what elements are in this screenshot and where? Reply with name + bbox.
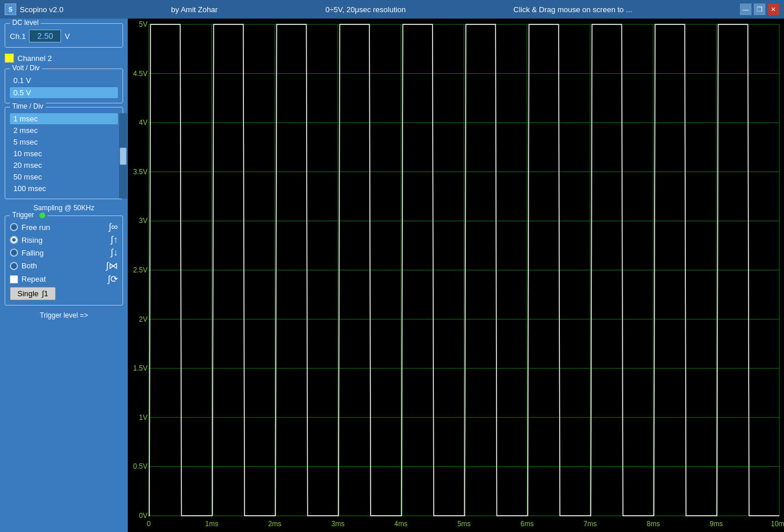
trigger-freerun-row: Free run ∫∞ [10, 222, 118, 232]
left-panel: DC level Ch.1 V Channel 2 Volt / Div 0.1… [0, 19, 128, 532]
dc-level-label: DC level [10, 19, 41, 27]
trigger-label: Trigger [10, 211, 48, 219]
scope-canvas [128, 19, 784, 532]
ch1-unit: V [64, 32, 70, 41]
author-label: by Amit Zohar [171, 5, 218, 14]
time-div-5msec[interactable]: 5 msec [10, 136, 118, 148]
volt-div-option-0[interactable]: 0.1 V [10, 75, 118, 86]
volt-div-list: 0.1 V 0.5 V [10, 75, 118, 98]
ch1-label: Ch.1 [10, 32, 26, 41]
volt-div-option-1[interactable]: 0.5 V [10, 87, 118, 98]
trigger-rising-radio[interactable] [10, 236, 18, 244]
volt-div-group: Volt / Div 0.1 V 0.5 V [5, 69, 123, 103]
trigger-repeat-checkbox[interactable] [10, 275, 18, 283]
time-div-list: 1 msec 2 msec 5 msec 10 msec 20 msec 50 … [10, 113, 118, 194]
trigger-falling-row: Falling ∫↓ [10, 247, 118, 258]
single-icon: ∫1 [42, 289, 48, 298]
trigger-repeat-label: Repeat [21, 275, 105, 283]
time-div-1msec[interactable]: 1 msec [10, 113, 118, 124]
trigger-rising-label: Rising [21, 236, 107, 245]
trigger-group: Trigger Free run ∫∞ Rising ∫↑ Falling ∫↓ [5, 215, 123, 305]
trigger-both-row: Both ∫⋈ [10, 260, 118, 271]
dc-level-group: DC level Ch.1 V [5, 23, 123, 48]
app-icon: S [5, 3, 16, 15]
time-div-scrollbar[interactable] [120, 148, 127, 165]
close-button[interactable]: ✕ [768, 3, 779, 15]
repeat-icon: ∫⟳ [108, 274, 118, 285]
trigger-falling-radio[interactable] [10, 249, 18, 257]
time-div-label: Time / Div [10, 102, 46, 110]
channel2-checkbox[interactable] [5, 53, 14, 63]
app-title: Scopino v2.0 [20, 5, 63, 14]
time-div-10msec[interactable]: 10 msec [10, 148, 118, 159]
trigger-freerun-radio[interactable] [10, 223, 18, 231]
instruction-label: Click & Drag mouse on screen to ... [513, 5, 632, 14]
both-icon: ∫⋈ [106, 260, 118, 271]
time-div-20msec[interactable]: 20 msec [10, 160, 118, 171]
channel2-label: Channel 2 [17, 54, 52, 63]
time-div-100msec[interactable]: 100 msec [10, 183, 118, 194]
minimize-button[interactable]: — [740, 3, 751, 15]
trigger-level-text: Trigger level => [5, 311, 123, 319]
time-div-50msec[interactable]: 50 msec [10, 171, 118, 182]
trigger-both-label: Both [21, 261, 103, 270]
dc-level-row: Ch.1 V [10, 30, 118, 42]
main-area: DC level Ch.1 V Channel 2 Volt / Div 0.1… [0, 19, 784, 532]
window-controls: — ❐ ✕ [740, 3, 779, 15]
freerun-icon: ∫∞ [109, 222, 118, 232]
trigger-falling-label: Falling [21, 249, 107, 257]
single-label: Single [17, 289, 38, 298]
time-div-group: Time / Div 1 msec 2 msec 5 msec 10 msec … [5, 107, 123, 199]
trigger-indicator [39, 213, 45, 218]
trigger-freerun-label: Free run [21, 223, 105, 232]
time-div-2msec[interactable]: 2 msec [10, 125, 118, 136]
single-button[interactable]: Single ∫1 [10, 287, 56, 300]
volt-div-label: Volt / Div [10, 64, 42, 72]
channel2-row: Channel 2 [5, 51, 123, 65]
falling-icon: ∫↓ [111, 247, 118, 258]
restore-button[interactable]: ❐ [754, 3, 765, 15]
title-section: Scopino v2.0 by Amit Zohar 0÷5V, 20μsec … [20, 3, 779, 15]
rising-icon: ∫↑ [111, 235, 118, 245]
ch1-input[interactable] [29, 30, 61, 42]
trigger-repeat-row: Repeat ∫⟳ [10, 274, 118, 285]
titlebar: S Scopino v2.0 by Amit Zohar 0÷5V, 20μse… [0, 0, 784, 19]
spec-label: 0÷5V, 20μsec resolution [325, 5, 405, 14]
scope-display[interactable] [128, 19, 784, 532]
trigger-both-radio[interactable] [10, 262, 18, 270]
trigger-rising-row: Rising ∫↑ [10, 235, 118, 245]
